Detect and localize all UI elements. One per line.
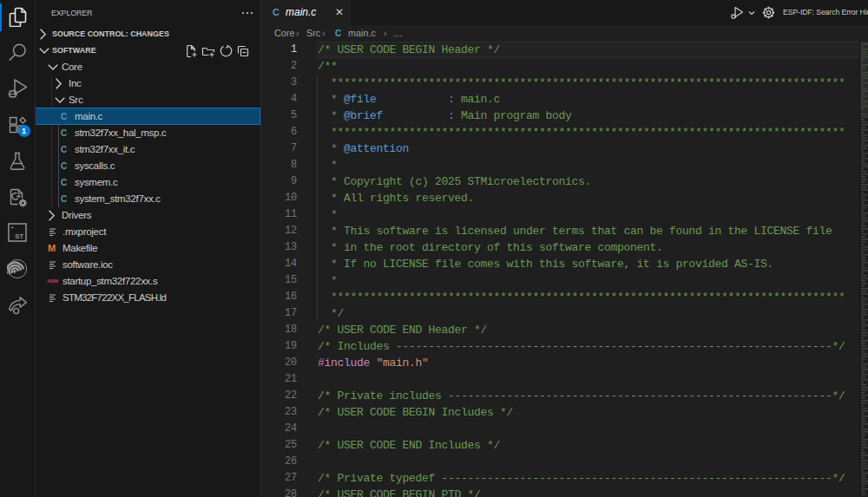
- svg-text:ST: ST: [15, 232, 23, 240]
